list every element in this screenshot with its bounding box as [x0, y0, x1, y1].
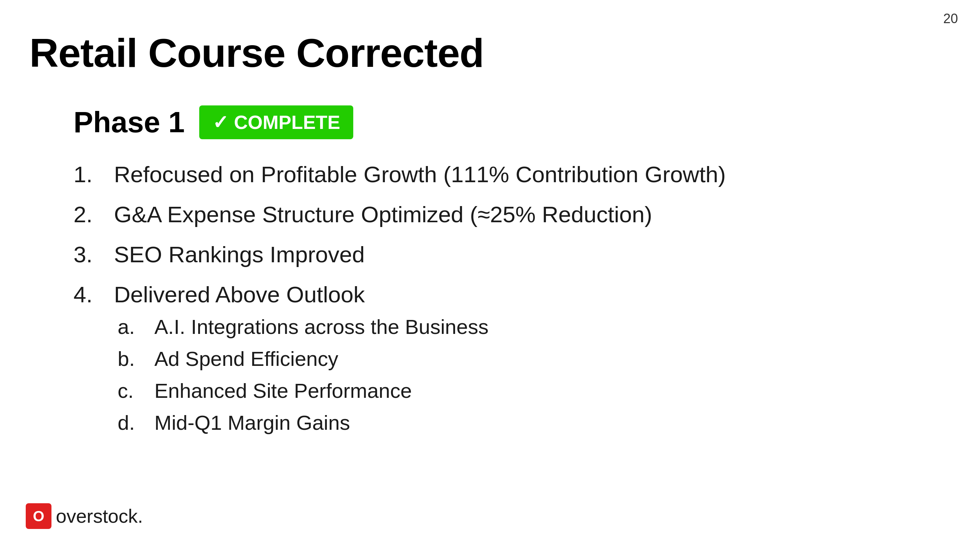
- logo-area: O overstock.: [26, 503, 143, 529]
- page-number: 20: [943, 11, 958, 27]
- svg-text:O: O: [33, 508, 44, 524]
- checkmark-icon: ✓: [212, 111, 229, 133]
- sub-list-item: Enhanced Site Performance: [118, 379, 488, 403]
- sub-list-item: Ad Spend Efficiency: [118, 347, 488, 371]
- list-item-text: G&A Expense Structure Optimized (≈25% Re…: [114, 201, 652, 227]
- sub-list-item: A.I. Integrations across the Business: [118, 315, 488, 339]
- list-item-with-sublist: Delivered Above Outlook A.I. Integration…: [114, 281, 488, 443]
- sub-list-item: Mid-Q1 Margin Gains: [118, 411, 488, 435]
- list-item: G&A Expense Structure Optimized (≈25% Re…: [73, 201, 951, 227]
- list-item-text: Refocused on Profitable Growth (111% Con…: [114, 161, 726, 187]
- sub-item-text: Enhanced Site Performance: [154, 379, 412, 403]
- content-area: Phase 1 ✓ COMPLETE Refocused on Profitab…: [29, 105, 951, 443]
- phase-label: Phase 1: [73, 105, 185, 139]
- slide-title: Retail Course Corrected: [29, 29, 951, 76]
- badge-text: COMPLETE: [234, 111, 340, 133]
- sub-item-text: A.I. Integrations across the Business: [154, 315, 488, 339]
- main-list: Refocused on Profitable Growth (111% Con…: [73, 161, 951, 443]
- overstock-logo-icon: O: [26, 503, 51, 529]
- sub-list: A.I. Integrations across the Business Ad…: [118, 315, 488, 435]
- list-item: Delivered Above Outlook A.I. Integration…: [73, 281, 951, 443]
- list-item: SEO Rankings Improved: [73, 241, 951, 267]
- list-item-text: SEO Rankings Improved: [114, 241, 365, 267]
- slide-container: 20 Retail Course Corrected Phase 1 ✓ COM…: [0, 0, 980, 551]
- list-item-text: Delivered Above Outlook: [114, 282, 365, 307]
- list-item: Refocused on Profitable Growth (111% Con…: [73, 161, 951, 187]
- sub-item-text: Mid-Q1 Margin Gains: [154, 411, 350, 435]
- sub-item-text: Ad Spend Efficiency: [154, 347, 338, 371]
- logo-text: overstock.: [56, 505, 143, 527]
- complete-badge: ✓ COMPLETE: [199, 105, 353, 139]
- phase-header: Phase 1 ✓ COMPLETE: [73, 105, 951, 139]
